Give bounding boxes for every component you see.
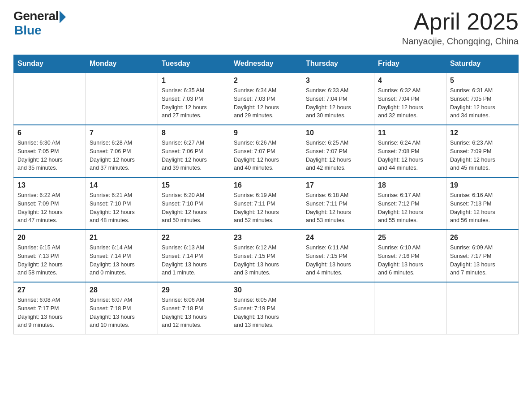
day-number: 7	[90, 129, 154, 137]
column-header-saturday: Saturday	[446, 55, 519, 73]
calendar-cell: 9Sunrise: 6:26 AM Sunset: 7:07 PM Daylig…	[230, 125, 302, 177]
calendar-cell: 26Sunrise: 6:09 AM Sunset: 7:17 PM Dayli…	[446, 230, 519, 282]
day-info: Sunrise: 6:10 AM Sunset: 7:16 PM Dayligh…	[378, 244, 442, 277]
logo-blue-text: Blue	[14, 23, 42, 38]
week-row-4: 20Sunrise: 6:15 AM Sunset: 7:13 PM Dayli…	[14, 230, 519, 282]
week-row-1: 1Sunrise: 6:35 AM Sunset: 7:03 PM Daylig…	[14, 73, 519, 125]
column-header-sunday: Sunday	[14, 55, 86, 73]
day-number: 16	[234, 181, 298, 189]
day-number: 22	[162, 234, 226, 242]
day-info: Sunrise: 6:20 AM Sunset: 7:10 PM Dayligh…	[162, 191, 226, 225]
day-info: Sunrise: 6:11 AM Sunset: 7:15 PM Dayligh…	[306, 244, 370, 277]
day-info: Sunrise: 6:07 AM Sunset: 7:18 PM Dayligh…	[90, 296, 154, 330]
logo: General Blue	[13, 9, 66, 38]
calendar-cell: 30Sunrise: 6:05 AM Sunset: 7:19 PM Dayli…	[230, 282, 302, 334]
day-info: Sunrise: 6:30 AM Sunset: 7:05 PM Dayligh…	[17, 139, 82, 172]
header-row: SundayMondayTuesdayWednesdayThursdayFrid…	[14, 55, 519, 73]
day-info: Sunrise: 6:27 AM Sunset: 7:06 PM Dayligh…	[162, 139, 226, 172]
day-number: 27	[17, 286, 82, 294]
day-info: Sunrise: 6:21 AM Sunset: 7:10 PM Dayligh…	[90, 191, 154, 225]
day-info: Sunrise: 6:05 AM Sunset: 7:19 PM Dayligh…	[234, 296, 298, 330]
day-number: 10	[306, 129, 370, 137]
day-number: 12	[450, 129, 515, 137]
column-header-thursday: Thursday	[302, 55, 374, 73]
day-number: 15	[162, 181, 226, 189]
column-header-friday: Friday	[374, 55, 446, 73]
calendar-cell: 12Sunrise: 6:23 AM Sunset: 7:09 PM Dayli…	[446, 125, 519, 177]
title-block: April 2025 Nanyaojie, Chongqing, China	[402, 9, 519, 47]
day-number: 4	[378, 77, 442, 85]
day-info: Sunrise: 6:09 AM Sunset: 7:17 PM Dayligh…	[450, 244, 515, 277]
calendar-cell: 10Sunrise: 6:25 AM Sunset: 7:07 PM Dayli…	[302, 125, 374, 177]
day-number: 6	[17, 129, 82, 137]
calendar-cell	[14, 73, 86, 125]
calendar-cell: 15Sunrise: 6:20 AM Sunset: 7:10 PM Dayli…	[158, 177, 230, 230]
day-number: 24	[306, 234, 370, 242]
calendar-cell	[302, 282, 374, 334]
day-info: Sunrise: 6:26 AM Sunset: 7:07 PM Dayligh…	[234, 139, 298, 172]
month-title: April 2025	[402, 9, 519, 34]
day-number: 2	[234, 77, 298, 85]
page-header: General Blue April 2025 Nanyaojie, Chong…	[13, 9, 519, 47]
column-header-monday: Monday	[86, 55, 158, 73]
column-header-wednesday: Wednesday	[230, 55, 302, 73]
calendar-cell: 23Sunrise: 6:12 AM Sunset: 7:15 PM Dayli…	[230, 230, 302, 282]
calendar-cell: 2Sunrise: 6:34 AM Sunset: 7:03 PM Daylig…	[230, 73, 302, 125]
logo-general-text: General	[13, 9, 59, 23]
day-number: 29	[162, 286, 226, 294]
day-number: 1	[162, 77, 226, 85]
calendar-cell: 21Sunrise: 6:14 AM Sunset: 7:14 PM Dayli…	[86, 230, 158, 282]
calendar-cell: 16Sunrise: 6:19 AM Sunset: 7:11 PM Dayli…	[230, 177, 302, 230]
calendar-cell	[446, 282, 519, 334]
day-info: Sunrise: 6:12 AM Sunset: 7:15 PM Dayligh…	[234, 244, 298, 277]
day-info: Sunrise: 6:16 AM Sunset: 7:13 PM Dayligh…	[450, 191, 515, 225]
calendar-cell: 11Sunrise: 6:24 AM Sunset: 7:08 PM Dayli…	[374, 125, 446, 177]
day-number: 21	[90, 234, 154, 242]
day-number: 13	[17, 181, 82, 189]
day-info: Sunrise: 6:15 AM Sunset: 7:13 PM Dayligh…	[17, 244, 82, 277]
day-info: Sunrise: 6:13 AM Sunset: 7:14 PM Dayligh…	[162, 244, 226, 277]
calendar-cell: 8Sunrise: 6:27 AM Sunset: 7:06 PM Daylig…	[158, 125, 230, 177]
day-number: 17	[306, 181, 370, 189]
day-number: 8	[162, 129, 226, 137]
day-info: Sunrise: 6:22 AM Sunset: 7:09 PM Dayligh…	[17, 191, 82, 225]
calendar-cell: 20Sunrise: 6:15 AM Sunset: 7:13 PM Dayli…	[14, 230, 86, 282]
calendar-cell: 3Sunrise: 6:33 AM Sunset: 7:04 PM Daylig…	[302, 73, 374, 125]
day-number: 20	[17, 234, 82, 242]
day-info: Sunrise: 6:08 AM Sunset: 7:17 PM Dayligh…	[17, 296, 82, 330]
column-header-tuesday: Tuesday	[158, 55, 230, 73]
day-info: Sunrise: 6:19 AM Sunset: 7:11 PM Dayligh…	[234, 191, 298, 225]
day-info: Sunrise: 6:24 AM Sunset: 7:08 PM Dayligh…	[378, 139, 442, 172]
calendar-cell: 19Sunrise: 6:16 AM Sunset: 7:13 PM Dayli…	[446, 177, 519, 230]
day-info: Sunrise: 6:28 AM Sunset: 7:06 PM Dayligh…	[90, 139, 154, 172]
day-info: Sunrise: 6:33 AM Sunset: 7:04 PM Dayligh…	[306, 86, 370, 120]
day-info: Sunrise: 6:32 AM Sunset: 7:04 PM Dayligh…	[378, 86, 442, 120]
calendar-cell: 22Sunrise: 6:13 AM Sunset: 7:14 PM Dayli…	[158, 230, 230, 282]
calendar-cell: 7Sunrise: 6:28 AM Sunset: 7:06 PM Daylig…	[86, 125, 158, 177]
calendar-cell: 25Sunrise: 6:10 AM Sunset: 7:16 PM Dayli…	[374, 230, 446, 282]
day-number: 3	[306, 77, 370, 85]
day-number: 19	[450, 181, 515, 189]
day-number: 9	[234, 129, 298, 137]
calendar-cell: 13Sunrise: 6:22 AM Sunset: 7:09 PM Dayli…	[14, 177, 86, 230]
calendar-cell: 18Sunrise: 6:17 AM Sunset: 7:12 PM Dayli…	[374, 177, 446, 230]
day-info: Sunrise: 6:23 AM Sunset: 7:09 PM Dayligh…	[450, 139, 515, 172]
day-info: Sunrise: 6:06 AM Sunset: 7:18 PM Dayligh…	[162, 296, 226, 330]
calendar-cell: 17Sunrise: 6:18 AM Sunset: 7:11 PM Dayli…	[302, 177, 374, 230]
day-info: Sunrise: 6:25 AM Sunset: 7:07 PM Dayligh…	[306, 139, 370, 172]
calendar-cell	[374, 282, 446, 334]
day-info: Sunrise: 6:18 AM Sunset: 7:11 PM Dayligh…	[306, 191, 370, 225]
week-row-3: 13Sunrise: 6:22 AM Sunset: 7:09 PM Dayli…	[14, 177, 519, 230]
calendar-table: SundayMondayTuesdayWednesdayThursdayFrid…	[13, 55, 519, 334]
day-number: 28	[90, 286, 154, 294]
calendar-cell: 14Sunrise: 6:21 AM Sunset: 7:10 PM Dayli…	[86, 177, 158, 230]
week-row-2: 6Sunrise: 6:30 AM Sunset: 7:05 PM Daylig…	[14, 125, 519, 177]
day-number: 26	[450, 234, 515, 242]
day-info: Sunrise: 6:14 AM Sunset: 7:14 PM Dayligh…	[90, 244, 154, 277]
day-number: 5	[450, 77, 515, 85]
day-info: Sunrise: 6:34 AM Sunset: 7:03 PM Dayligh…	[234, 86, 298, 120]
calendar-cell: 5Sunrise: 6:31 AM Sunset: 7:05 PM Daylig…	[446, 73, 519, 125]
day-info: Sunrise: 6:31 AM Sunset: 7:05 PM Dayligh…	[450, 86, 515, 120]
calendar-cell: 1Sunrise: 6:35 AM Sunset: 7:03 PM Daylig…	[158, 73, 230, 125]
day-number: 14	[90, 181, 154, 189]
